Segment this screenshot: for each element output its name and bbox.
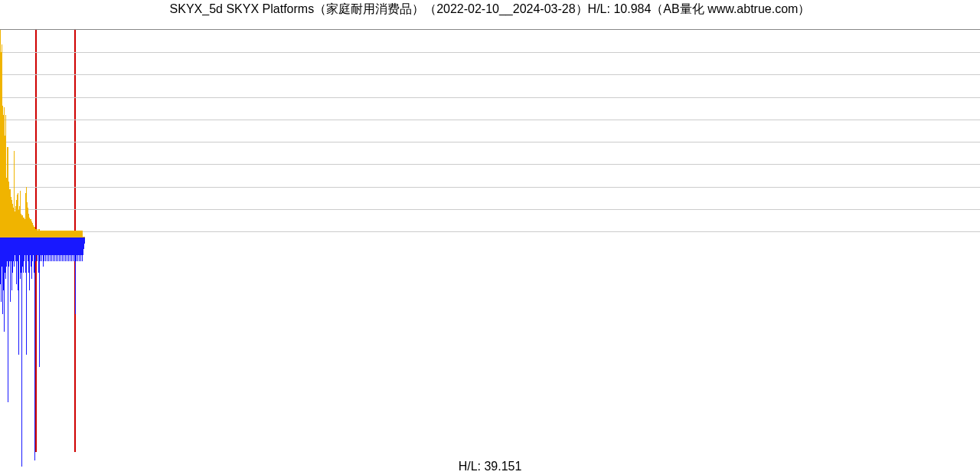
grid-line <box>0 231 980 232</box>
lower-bar <box>26 238 27 355</box>
grid-line <box>0 74 980 75</box>
chart-footer: H/L: 39.151 <box>0 460 980 473</box>
grid-line <box>0 187 980 188</box>
lower-bar <box>21 238 22 467</box>
lower-bar <box>34 238 35 460</box>
lower-bar <box>18 238 19 355</box>
grid-line <box>0 52 980 53</box>
grid-line <box>0 164 980 165</box>
upper-pane <box>0 29 980 238</box>
grid-line <box>0 209 980 210</box>
chart-title: SKYX_5d SKYX Platforms（家庭耐用消费品）（2022-02-… <box>0 2 980 18</box>
lower-bar <box>84 238 85 244</box>
grid-line <box>0 142 980 142</box>
grid-line <box>0 120 980 120</box>
grid-line <box>0 97 980 98</box>
lower-pane <box>0 238 980 475</box>
